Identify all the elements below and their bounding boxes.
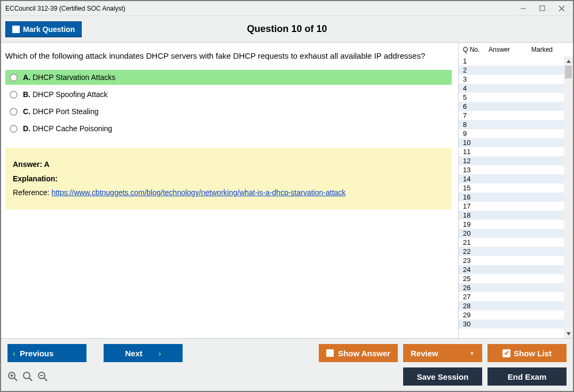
zoom-controls xyxy=(7,371,48,382)
window-title: ECCouncil 312-39 (Certified SOC Analyst) xyxy=(5,5,520,12)
list-item[interactable]: 20 xyxy=(459,229,564,238)
header-qno: Q No. xyxy=(463,46,489,53)
list-item[interactable]: 30 xyxy=(459,319,564,329)
app-window: ECCouncil 312-39 (Certified SOC Analyst)… xyxy=(0,0,574,392)
list-item[interactable]: 19 xyxy=(459,220,564,229)
radio-icon[interactable] xyxy=(10,108,18,116)
checkbox-icon xyxy=(326,349,334,357)
end-exam-button[interactable]: End Exam xyxy=(487,367,567,386)
list-item[interactable]: 26 xyxy=(459,283,564,292)
list-item[interactable]: 14 xyxy=(459,174,564,183)
maximize-button[interactable] xyxy=(539,5,546,12)
options-list: A. DHCP Starvation AttacksB. DHCP Spoofi… xyxy=(5,70,452,136)
option-text: DHCP Starvation Attacks xyxy=(33,73,115,82)
minimize-button[interactable] xyxy=(520,5,527,12)
question-counter: Question 10 of 10 xyxy=(247,23,327,35)
close-button[interactable] xyxy=(558,5,565,12)
header-bar: Mark Question Question 10 of 10 xyxy=(1,16,573,43)
list-item[interactable]: 5 xyxy=(459,93,564,102)
next-button[interactable]: Next › xyxy=(104,344,183,362)
zoom-reset-icon[interactable] xyxy=(22,371,33,382)
svg-point-10 xyxy=(23,372,30,379)
svg-marker-4 xyxy=(567,60,571,63)
list-item[interactable]: 15 xyxy=(459,183,564,193)
main-panel: Which of the following attack inundates … xyxy=(1,43,458,338)
sidebar-scroll: 1234567891011121314151617181920212223242… xyxy=(459,57,573,338)
option-D[interactable]: D. DHCP Cache Poisoning xyxy=(5,121,452,136)
sidebar-rows: 1234567891011121314151617181920212223242… xyxy=(459,57,564,338)
list-item[interactable]: 12 xyxy=(459,156,564,165)
save-session-label: Save Session xyxy=(417,372,469,381)
question-list-panel: Q No. Answer Marked 12345678910111213141… xyxy=(458,43,573,338)
end-exam-label: End Exam xyxy=(508,372,547,381)
footer-row-2: Save Session End Exam xyxy=(7,367,567,386)
list-item[interactable]: 1 xyxy=(459,57,564,66)
list-item[interactable]: 2 xyxy=(459,66,564,75)
option-letter: D. xyxy=(23,124,30,133)
chevron-right-icon: › xyxy=(159,349,161,358)
show-list-label: Show List xyxy=(514,349,552,358)
option-text: DHCP Spoofing Attack xyxy=(33,90,108,99)
save-session-button[interactable]: Save Session xyxy=(403,367,482,386)
previous-button[interactable]: ‹ Previous xyxy=(7,344,87,362)
question-text: Which of the following attack inundates … xyxy=(5,51,452,60)
zoom-out-icon[interactable] xyxy=(37,371,48,382)
list-item[interactable]: 25 xyxy=(459,274,564,283)
show-list-button[interactable]: ✔ Show List xyxy=(487,344,567,362)
radio-icon[interactable] xyxy=(10,91,18,99)
previous-label: Previous xyxy=(20,349,53,358)
option-B[interactable]: B. DHCP Spoofing Attack xyxy=(5,87,452,102)
list-item[interactable]: 28 xyxy=(459,301,564,310)
zoom-in-icon[interactable] xyxy=(7,371,18,382)
answer-label: Answer: A xyxy=(13,157,444,172)
checkbox-checked-icon: ✔ xyxy=(502,349,510,357)
list-item[interactable]: 22 xyxy=(459,247,564,256)
list-item[interactable]: 13 xyxy=(459,165,564,174)
scroll-track[interactable] xyxy=(564,66,573,329)
list-item[interactable]: 18 xyxy=(459,211,564,220)
list-item[interactable]: 7 xyxy=(459,111,564,120)
chevron-left-icon: ‹ xyxy=(13,349,15,358)
option-letter: A. xyxy=(23,73,30,82)
list-item[interactable]: 10 xyxy=(459,138,564,147)
list-item[interactable]: 27 xyxy=(459,292,564,301)
option-C[interactable]: C. DHCP Port Stealing xyxy=(5,104,452,119)
list-item[interactable]: 6 xyxy=(459,102,564,111)
scroll-down-icon[interactable] xyxy=(564,329,573,338)
list-item[interactable]: 17 xyxy=(459,202,564,211)
list-item[interactable]: 11 xyxy=(459,147,564,156)
list-item[interactable]: 23 xyxy=(459,256,564,265)
mark-question-button[interactable]: Mark Question xyxy=(5,21,82,37)
list-item[interactable]: 21 xyxy=(459,238,564,247)
next-label: Next xyxy=(125,349,143,358)
scroll-thumb[interactable] xyxy=(565,66,572,78)
show-answer-label: Show Answer xyxy=(338,349,390,358)
list-item[interactable]: 4 xyxy=(459,84,564,93)
list-item[interactable]: 3 xyxy=(459,75,564,84)
radio-icon[interactable] xyxy=(10,125,18,133)
radio-icon[interactable] xyxy=(10,74,18,82)
list-item[interactable]: 24 xyxy=(459,265,564,274)
svg-line-7 xyxy=(14,378,17,381)
list-item[interactable]: 29 xyxy=(459,310,564,319)
scrollbar[interactable] xyxy=(564,57,573,338)
option-A[interactable]: A. DHCP Starvation Attacks xyxy=(5,70,452,85)
mark-question-label: Mark Question xyxy=(23,25,75,34)
scroll-up-icon[interactable] xyxy=(564,57,573,66)
reference-link[interactable]: https://www.cbtnuggets.com/blog/technolo… xyxy=(51,188,345,197)
review-dropdown[interactable]: Review ▼ xyxy=(403,344,482,362)
footer-row-1: ‹ Previous Next › Show Answer Review ▼ ✔… xyxy=(7,344,567,362)
reference-label: Reference: xyxy=(13,188,51,197)
header-marked: Marked xyxy=(531,46,571,53)
footer-bar: ‹ Previous Next › Show Answer Review ▼ ✔… xyxy=(1,338,573,391)
header-answer: Answer xyxy=(489,46,531,53)
svg-marker-5 xyxy=(567,332,571,335)
titlebar: ECCouncil 312-39 (Certified SOC Analyst) xyxy=(1,1,573,16)
svg-rect-1 xyxy=(540,6,545,11)
list-item[interactable]: 8 xyxy=(459,120,564,129)
list-item[interactable]: 16 xyxy=(459,193,564,202)
checkbox-icon xyxy=(12,26,20,33)
option-letter: B. xyxy=(23,90,30,99)
list-item[interactable]: 9 xyxy=(459,129,564,138)
show-answer-button[interactable]: Show Answer xyxy=(319,344,398,362)
